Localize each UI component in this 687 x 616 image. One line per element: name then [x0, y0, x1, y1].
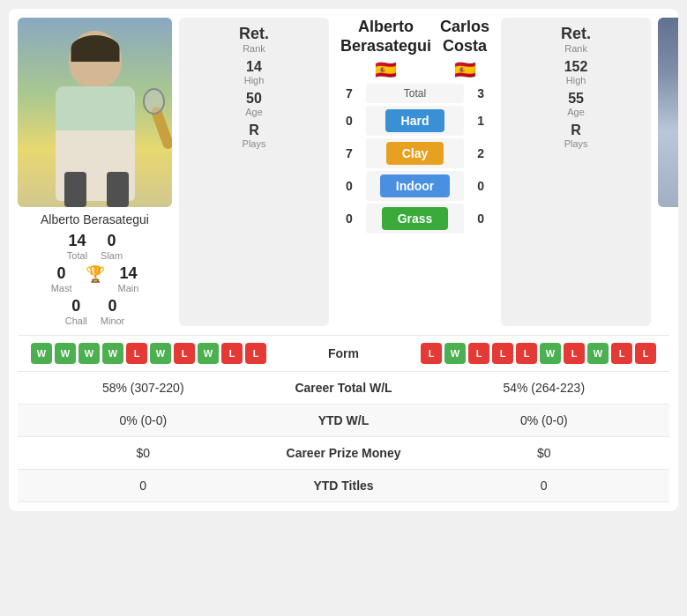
- right-high: 152: [564, 59, 588, 75]
- left-name-block: AlbertoBerasategui 🇪🇸: [340, 18, 431, 80]
- left-player-name: AlbertoBerasategui: [340, 18, 431, 56]
- left-form-badge: W: [55, 343, 76, 364]
- left-main-label: Main: [118, 283, 139, 293]
- left-form-badges: WWWWLWLWLL: [31, 343, 300, 364]
- right-age-label: Age: [567, 107, 585, 117]
- left-form-badge: L: [221, 343, 243, 364]
- left-form-badge: L: [174, 343, 195, 364]
- left-slam-label: Slam: [101, 250, 123, 261]
- bottom-stat-left: 0% (0-0): [31, 413, 256, 427]
- hard-row: 0 Hard 1: [336, 106, 494, 136]
- left-total-val: 7: [336, 86, 362, 100]
- bottom-stat-right: 54% (264-223): [432, 381, 657, 395]
- left-form-badge: W: [150, 343, 171, 364]
- left-age: 50: [245, 91, 263, 107]
- grass-row: 0 Grass 0: [336, 204, 494, 234]
- left-mast-label: Mast: [51, 283, 72, 293]
- grass-label: Grass: [366, 204, 464, 234]
- left-plays: R: [243, 122, 266, 138]
- right-clay-val: 2: [467, 146, 494, 160]
- right-form-badge: L: [635, 343, 656, 364]
- grass-badge: Grass: [382, 207, 449, 230]
- right-form-badge: L: [564, 343, 585, 364]
- match-stats-table: 7 Total 3 0 Hard 1 7 Clay: [336, 84, 494, 326]
- left-player-stats: 14 Total 0 Slam 0 Mast 🏆: [51, 232, 139, 326]
- right-age: 55: [567, 91, 585, 107]
- center-stats-panel: AlbertoBerasategui 🇪🇸 Carlos Costa 🇪🇸 7 …: [336, 18, 494, 326]
- indoor-badge: Indoor: [380, 174, 451, 197]
- bottom-stat-left: 58% (307-220): [31, 381, 256, 395]
- left-player-column: Alberto Berasategui 14 Total 0 Slam 0: [18, 18, 172, 326]
- right-hard-val: 1: [467, 114, 494, 128]
- left-clay-val: 7: [336, 146, 362, 160]
- left-flag: 🇪🇸: [340, 59, 431, 80]
- player-names-row: AlbertoBerasategui 🇪🇸 Carlos Costa 🇪🇸: [336, 18, 494, 80]
- left-info-card: Ret. Rank 14 High 50 Age R Plays: [179, 18, 329, 326]
- left-main: 14: [118, 264, 139, 283]
- right-form-badge: W: [587, 343, 609, 364]
- right-form-badge: L: [516, 343, 537, 364]
- bottom-stat-row: 58% (307-220) Career Total W/L 54% (264-…: [18, 371, 669, 404]
- right-form-badge: L: [492, 343, 513, 364]
- left-form-badge: W: [198, 343, 219, 364]
- left-grass-val: 0: [336, 212, 362, 226]
- bottom-stat-row: 0 YTD Titles 0: [18, 469, 669, 502]
- bottom-stat-label: YTD W/L: [256, 413, 432, 427]
- right-plays-label: Plays: [564, 138, 588, 149]
- left-player-name-under: Alberto Berasategui: [41, 212, 149, 226]
- right-form-badge: L: [611, 343, 632, 364]
- left-form-badge: L: [245, 343, 266, 364]
- right-high-label: High: [564, 75, 588, 85]
- right-rank-sublabel: Rank: [561, 43, 591, 54]
- left-total-label: Total: [67, 250, 87, 261]
- bottom-stat-left: 0: [31, 479, 256, 493]
- left-total: 14: [67, 232, 87, 250]
- right-grass-val: 0: [467, 212, 494, 226]
- bottom-stat-label: Career Total W/L: [256, 381, 432, 395]
- bottom-stat-row: 0% (0-0) YTD W/L 0% (0-0): [18, 404, 669, 436]
- right-form-badge: L: [421, 343, 442, 364]
- bottom-stat-label: YTD Titles: [256, 479, 432, 493]
- form-section: WWWWLWLWLL Form LWLLLWLWLL: [18, 335, 669, 371]
- left-high-label: High: [244, 75, 265, 85]
- left-hard-val: 0: [336, 114, 362, 128]
- right-form-badge: W: [540, 343, 561, 364]
- left-player-photo: [18, 18, 172, 207]
- total-label: Total: [366, 84, 464, 103]
- left-rank-sublabel: Rank: [239, 43, 269, 54]
- left-trophy-icon: 🏆: [86, 265, 105, 283]
- right-form-badge: L: [468, 343, 489, 364]
- indoor-label: Indoor: [366, 171, 464, 201]
- right-player-name: Carlos Costa: [440, 18, 489, 56]
- left-mast: 0: [51, 264, 72, 283]
- right-player-column: Carlos Costa 7 Total 0 Slam 0 Ma: [658, 18, 678, 326]
- left-form-badge: W: [78, 343, 100, 364]
- hard-badge: Hard: [385, 109, 445, 132]
- hard-label: Hard: [366, 106, 464, 136]
- left-chall: 0: [65, 297, 87, 315]
- right-rank-label: Ret.: [561, 25, 591, 43]
- left-form-badge: W: [102, 343, 123, 364]
- right-flag: 🇪🇸: [440, 59, 489, 80]
- left-indoor-val: 0: [336, 179, 362, 193]
- right-player-photo: [658, 18, 678, 207]
- bottom-stat-right: 0% (0-0): [432, 413, 657, 427]
- right-plays: R: [564, 122, 588, 138]
- right-name-block: Carlos Costa 🇪🇸: [440, 18, 489, 80]
- left-chall-label: Chall: [65, 315, 87, 326]
- left-form-badge: W: [31, 343, 52, 364]
- bottom-stats-section: 58% (307-220) Career Total W/L 54% (264-…: [18, 371, 669, 502]
- left-high: 14: [244, 59, 265, 75]
- left-rank-label: Ret.: [239, 25, 269, 43]
- left-age-label: Age: [245, 107, 263, 117]
- left-form-badge: L: [126, 343, 147, 364]
- total-row: 7 Total 3: [336, 84, 494, 103]
- right-total-val: 3: [467, 86, 494, 100]
- left-slam: 0: [101, 232, 123, 250]
- left-minor-label: Minor: [101, 315, 125, 326]
- clay-row: 7 Clay 2: [336, 138, 494, 168]
- bottom-stat-label: Career Prize Money: [256, 446, 432, 460]
- bottom-stat-left: $0: [31, 446, 256, 460]
- bottom-stat-right: 0: [432, 479, 657, 493]
- right-indoor-val: 0: [467, 179, 494, 193]
